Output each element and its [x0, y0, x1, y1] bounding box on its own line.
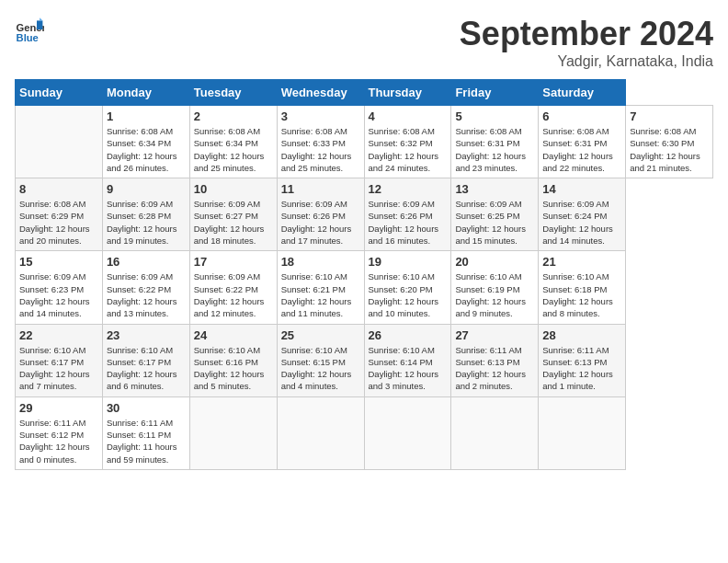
calendar-cell: 2Sunrise: 6:08 AMSunset: 6:34 PMDaylight… — [189, 106, 277, 178]
day-info: Sunrise: 6:11 AMSunset: 6:11 PMDaylight:… — [107, 417, 186, 465]
svg-marker-2 — [37, 20, 42, 29]
day-number: 12 — [369, 182, 448, 196]
day-info: Sunrise: 6:10 AMSunset: 6:14 PMDaylight:… — [369, 344, 448, 393]
day-info: Sunrise: 6:09 AMSunset: 6:27 PMDaylight:… — [194, 198, 273, 247]
day-number: 19 — [369, 255, 448, 269]
calendar-week-4: 22Sunrise: 6:10 AMSunset: 6:17 PMDayligh… — [16, 324, 713, 396]
day-info: Sunrise: 6:11 AMSunset: 6:12 PMDaylight:… — [19, 417, 98, 465]
day-info: Sunrise: 6:10 AMSunset: 6:20 PMDaylight:… — [369, 270, 448, 319]
day-number: 9 — [107, 182, 186, 196]
calendar-cell: 16Sunrise: 6:09 AMSunset: 6:22 PMDayligh… — [102, 251, 189, 324]
day-info: Sunrise: 6:08 AMSunset: 6:31 PMDaylight:… — [542, 125, 621, 174]
day-info: Sunrise: 6:10 AMSunset: 6:17 PMDaylight:… — [19, 344, 98, 393]
day-info: Sunrise: 6:08 AMSunset: 6:33 PMDaylight:… — [281, 125, 360, 174]
day-info: Sunrise: 6:09 AMSunset: 6:26 PMDaylight:… — [369, 198, 448, 247]
day-number: 15 — [19, 255, 98, 269]
calendar-table: SundayMondayTuesdayWednesdayThursdayFrid… — [15, 79, 713, 470]
calendar-cell: 7Sunrise: 6:08 AMSunset: 6:30 PMDaylight… — [626, 106, 713, 178]
column-header-friday: Friday — [451, 80, 539, 106]
day-info: Sunrise: 6:08 AMSunset: 6:34 PMDaylight:… — [194, 125, 273, 174]
calendar-cell — [364, 396, 451, 469]
day-info: Sunrise: 6:09 AMSunset: 6:24 PMDaylight:… — [542, 198, 621, 247]
calendar-cell: 8Sunrise: 6:08 AMSunset: 6:29 PMDaylight… — [16, 178, 103, 251]
calendar-cell: 9Sunrise: 6:09 AMSunset: 6:28 PMDaylight… — [102, 178, 189, 251]
day-info: Sunrise: 6:08 AMSunset: 6:30 PMDaylight:… — [630, 125, 709, 174]
day-number: 29 — [19, 401, 98, 415]
day-number: 11 — [281, 182, 360, 196]
day-number: 17 — [194, 255, 273, 269]
column-header-sunday: Sunday — [16, 80, 103, 106]
day-info: Sunrise: 6:10 AMSunset: 6:21 PMDaylight:… — [281, 270, 360, 319]
day-number: 16 — [107, 255, 186, 269]
calendar-cell: 25Sunrise: 6:10 AMSunset: 6:15 PMDayligh… — [277, 324, 364, 396]
calendar-cell: 13Sunrise: 6:09 AMSunset: 6:25 PMDayligh… — [451, 178, 539, 251]
column-header-saturday: Saturday — [539, 80, 626, 106]
calendar-week-5: 29Sunrise: 6:11 AMSunset: 6:12 PMDayligh… — [16, 396, 713, 469]
day-info: Sunrise: 6:09 AMSunset: 6:22 PMDaylight:… — [107, 270, 186, 319]
day-number: 24 — [194, 328, 273, 342]
calendar-cell: 20Sunrise: 6:10 AMSunset: 6:19 PMDayligh… — [451, 251, 539, 324]
calendar-week-1: 1Sunrise: 6:08 AMSunset: 6:34 PMDaylight… — [16, 106, 713, 178]
day-info: Sunrise: 6:10 AMSunset: 6:15 PMDaylight:… — [281, 344, 360, 393]
calendar-cell: 14Sunrise: 6:09 AMSunset: 6:24 PMDayligh… — [539, 178, 626, 251]
day-info: Sunrise: 6:10 AMSunset: 6:18 PMDaylight:… — [542, 270, 621, 319]
calendar-cell: 1Sunrise: 6:08 AMSunset: 6:34 PMDaylight… — [102, 106, 189, 178]
calendar-cell: 10Sunrise: 6:09 AMSunset: 6:27 PMDayligh… — [189, 178, 277, 251]
day-info: Sunrise: 6:09 AMSunset: 6:22 PMDaylight:… — [194, 270, 273, 319]
calendar-cell: 12Sunrise: 6:09 AMSunset: 6:26 PMDayligh… — [364, 178, 451, 251]
day-number: 4 — [369, 109, 448, 123]
day-number: 6 — [542, 109, 621, 123]
day-info: Sunrise: 6:08 AMSunset: 6:34 PMDaylight:… — [107, 125, 186, 174]
day-info: Sunrise: 6:11 AMSunset: 6:13 PMDaylight:… — [455, 344, 534, 393]
day-info: Sunrise: 6:10 AMSunset: 6:19 PMDaylight:… — [455, 270, 534, 319]
calendar-cell — [539, 396, 626, 469]
calendar-cell: 23Sunrise: 6:10 AMSunset: 6:17 PMDayligh… — [102, 324, 189, 396]
day-number: 23 — [107, 328, 186, 342]
day-number: 1 — [107, 109, 186, 123]
calendar-cell: 27Sunrise: 6:11 AMSunset: 6:13 PMDayligh… — [451, 324, 539, 396]
location-subtitle: Yadgir, Karnataka, India — [460, 53, 713, 70]
day-number: 10 — [194, 182, 273, 196]
logo-icon: General Blue — [15, 15, 44, 44]
calendar-cell: 17Sunrise: 6:09 AMSunset: 6:22 PMDayligh… — [189, 251, 277, 324]
day-number: 30 — [107, 401, 186, 415]
day-info: Sunrise: 6:08 AMSunset: 6:31 PMDaylight:… — [455, 125, 534, 174]
day-number: 7 — [630, 109, 709, 123]
day-info: Sunrise: 6:11 AMSunset: 6:13 PMDaylight:… — [542, 344, 621, 393]
day-number: 13 — [455, 182, 534, 196]
calendar-cell — [277, 396, 364, 469]
svg-text:Blue: Blue — [17, 32, 39, 43]
calendar-cell: 5Sunrise: 6:08 AMSunset: 6:31 PMDaylight… — [451, 106, 539, 178]
day-number: 14 — [542, 182, 621, 196]
month-title: September 2024 — [460, 15, 713, 53]
day-info: Sunrise: 6:08 AMSunset: 6:29 PMDaylight:… — [19, 198, 98, 247]
calendar-cell: 21Sunrise: 6:10 AMSunset: 6:18 PMDayligh… — [539, 251, 626, 324]
calendar-cell — [189, 396, 277, 469]
day-number: 25 — [281, 328, 360, 342]
calendar-cell: 24Sunrise: 6:10 AMSunset: 6:16 PMDayligh… — [189, 324, 277, 396]
calendar-cell: 4Sunrise: 6:08 AMSunset: 6:32 PMDaylight… — [364, 106, 451, 178]
column-header-thursday: Thursday — [364, 80, 451, 106]
calendar-cell: 19Sunrise: 6:10 AMSunset: 6:20 PMDayligh… — [364, 251, 451, 324]
day-number: 18 — [281, 255, 360, 269]
calendar-cell: 22Sunrise: 6:10 AMSunset: 6:17 PMDayligh… — [16, 324, 103, 396]
svg-marker-3 — [40, 17, 42, 20]
day-info: Sunrise: 6:09 AMSunset: 6:26 PMDaylight:… — [281, 198, 360, 247]
day-number: 26 — [369, 328, 448, 342]
day-number: 22 — [19, 328, 98, 342]
calendar-cell: 3Sunrise: 6:08 AMSunset: 6:33 PMDaylight… — [277, 106, 364, 178]
title-area: September 2024 Yadgir, Karnataka, India — [460, 15, 713, 70]
day-number: 8 — [19, 182, 98, 196]
column-header-monday: Monday — [102, 80, 189, 106]
calendar-cell: 30Sunrise: 6:11 AMSunset: 6:11 PMDayligh… — [102, 396, 189, 469]
day-info: Sunrise: 6:10 AMSunset: 6:16 PMDaylight:… — [194, 344, 273, 393]
day-info: Sunrise: 6:09 AMSunset: 6:28 PMDaylight:… — [107, 198, 186, 247]
column-header-wednesday: Wednesday — [277, 80, 364, 106]
calendar-cell: 11Sunrise: 6:09 AMSunset: 6:26 PMDayligh… — [277, 178, 364, 251]
day-info: Sunrise: 6:08 AMSunset: 6:32 PMDaylight:… — [369, 125, 448, 174]
calendar-cell: 29Sunrise: 6:11 AMSunset: 6:12 PMDayligh… — [16, 396, 103, 469]
day-number: 3 — [281, 109, 360, 123]
day-number: 27 — [455, 328, 534, 342]
day-info: Sunrise: 6:09 AMSunset: 6:25 PMDaylight:… — [455, 198, 534, 247]
day-info: Sunrise: 6:10 AMSunset: 6:17 PMDaylight:… — [107, 344, 186, 393]
